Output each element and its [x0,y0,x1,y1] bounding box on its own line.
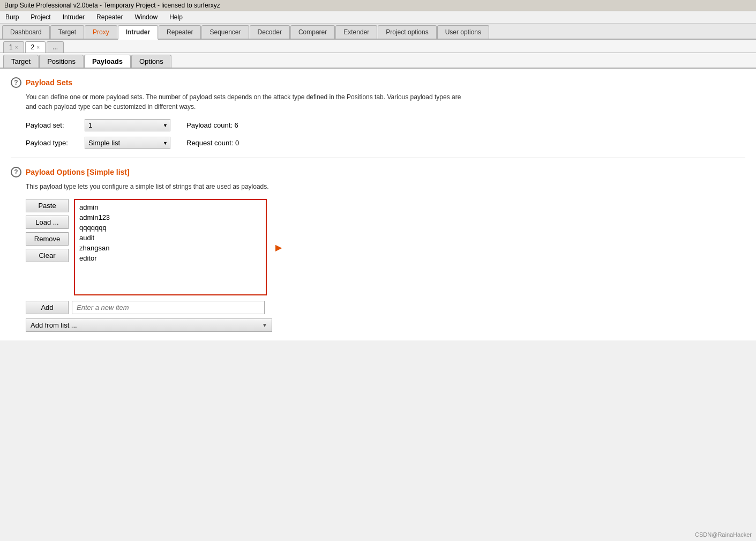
paste-button[interactable]: Paste [26,199,69,212]
list-item[interactable]: admin123 [75,212,266,223]
payload-set-label: Payload set: [26,121,79,129]
tab-repeater[interactable]: Repeater [159,25,201,39]
payload-options-desc: This payload type lets you configure a s… [26,182,745,191]
menu-intruder[interactable]: Intruder [61,12,87,22]
load-button[interactable]: Load ... [26,216,69,229]
add-button[interactable]: Add [26,301,69,314]
add-item-row: Add [26,301,745,314]
sub-tab-1[interactable]: 1 × [3,41,24,53]
inner-tab-positions[interactable]: Positions [39,55,84,68]
inner-tab-bar: Target Positions Payloads Options [0,53,756,69]
close-tab-1-icon[interactable]: × [15,45,18,50]
payload-set-row: Payload set: 1 2 Payload count: 6 [26,119,745,131]
inner-tab-options[interactable]: Options [131,55,171,68]
list-item[interactable]: audit [75,233,266,243]
sub-tab-2[interactable]: 2 × [25,41,46,53]
sub-tab-more[interactable]: ... [47,41,64,53]
payload-list: admin admin123 qqqqqqq audit zhangsan ed… [75,200,266,265]
tab-intruder[interactable]: Intruder [118,25,158,40]
payload-options-help-icon[interactable]: ? [11,167,21,177]
tab-target[interactable]: Target [50,25,84,39]
close-tab-2-icon[interactable]: × [36,45,40,50]
tab-comparer[interactable]: Comparer [290,25,335,39]
main-tab-bar: Dashboard Target Proxy Intruder Repeater… [0,24,756,40]
payload-count-label: Payload count: 6 [186,121,238,129]
payload-type-select-container[interactable]: Simple list Runtime file Custom iterator… [85,137,170,149]
add-from-list-label: Add from list ... [31,321,77,329]
list-item[interactable]: admin [75,202,266,212]
add-from-list-row: Add from list ... ▼ [26,318,745,332]
menu-project[interactable]: Project [28,12,53,22]
scroll-arrow-icon: ▶ [272,199,282,295]
payload-options-title: Payload Options [Simple list] [26,168,130,176]
menu-window[interactable]: Window [132,12,160,22]
payload-sets-title: Payload Sets [26,78,72,87]
payload-type-select[interactable]: Simple list Runtime file Custom iterator… [85,137,170,149]
tab-dashboard[interactable]: Dashboard [2,25,50,39]
add-from-list-select[interactable]: Add from list ... ▼ [26,318,272,332]
section-divider [11,158,745,158]
tab-project-options[interactable]: Project options [378,25,436,39]
tab-sequencer[interactable]: Sequencer [201,25,249,39]
list-item[interactable]: qqqqqqq [75,223,266,233]
tab-proxy[interactable]: Proxy [85,25,117,39]
menu-bar: Burp Project Intruder Repeater Window He… [0,11,756,24]
payload-set-select[interactable]: 1 2 [85,119,170,131]
title-bar: Burp Suite Professional v2.0beta - Tempo… [0,0,756,11]
add-from-list-arrow-icon: ▼ [262,322,267,328]
payload-list-box[interactable]: admin admin123 qqqqqqq audit zhangsan ed… [74,199,267,295]
payload-sets-help-icon[interactable]: ? [11,77,21,88]
menu-repeater[interactable]: Repeater [94,12,125,22]
inner-tab-target[interactable]: Target [3,55,39,68]
payload-options-header: ? Payload Options [Simple list] [11,167,745,177]
clear-button[interactable]: Clear [26,249,69,262]
menu-help[interactable]: Help [167,12,185,22]
list-item[interactable]: zhangsan [75,243,266,253]
payload-sets-desc: You can define one or more payload sets.… [26,92,745,112]
tab-extender[interactable]: Extender [335,25,377,39]
menu-burp[interactable]: Burp [3,12,21,22]
title-text: Burp Suite Professional v2.0beta - Tempo… [4,2,220,9]
main-content: ? Payload Sets You can define one or mor… [0,69,756,340]
payload-type-row: Payload type: Simple list Runtime file C… [26,137,745,149]
remove-button[interactable]: Remove [26,232,69,246]
payload-action-buttons: Paste Load ... Remove Clear [26,199,69,295]
request-count-label: Request count: 0 [186,139,239,147]
payload-options-area: Paste Load ... Remove Clear admin admin1… [26,199,745,295]
payload-set-select-container[interactable]: 1 2 [85,119,170,131]
inner-tab-payloads[interactable]: Payloads [84,55,131,68]
list-item[interactable]: editor [75,253,266,263]
tab-user-options[interactable]: User options [437,25,489,39]
payload-sets-header: ? Payload Sets [11,77,745,88]
tab-decoder[interactable]: Decoder [250,25,290,39]
sub-tab-row: 1 × 2 × ... [0,40,756,53]
new-item-input[interactable] [72,301,265,314]
payload-type-label: Payload type: [26,139,79,147]
